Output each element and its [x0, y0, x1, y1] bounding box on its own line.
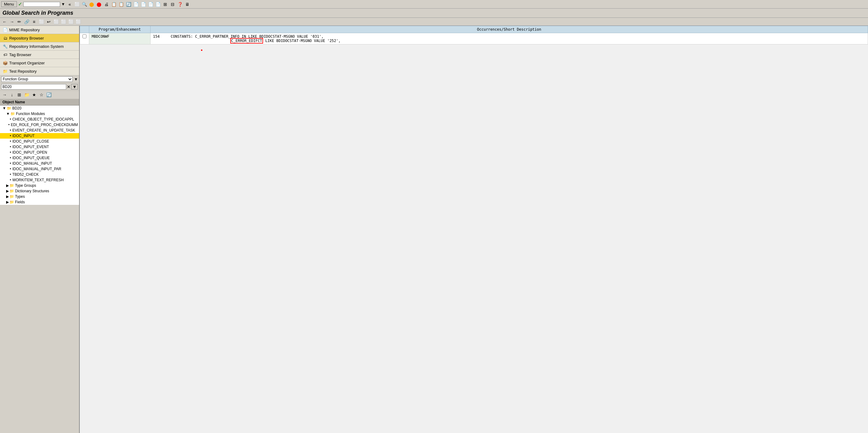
sidebar-item-tagbrowser[interactable]: 🏷 Tag Browser	[0, 51, 79, 59]
mime-icon: 📄	[2, 27, 8, 32]
help-icon[interactable]: ❓	[177, 1, 183, 8]
tree-item-idoc-input-close[interactable]: • IDOC_INPUT_CLOSE	[0, 138, 79, 144]
tree-item-dot1-icon: •	[10, 117, 11, 121]
tree-item-idoc-input-close-label: IDOC_INPUT_CLOSE	[12, 139, 49, 144]
tree-nav1-icon[interactable]: →	[1, 91, 8, 98]
nav-back-icon[interactable]: «	[66, 1, 73, 8]
window-icon[interactable]: ⬜	[38, 19, 45, 25]
link-icon[interactable]: 🔗	[23, 19, 30, 25]
tree-item-idoc-input-event-label: IDOC_INPUT_EVENT	[12, 145, 49, 149]
grid1-icon[interactable]: ⊞	[162, 1, 168, 8]
sidebar-item-transport[interactable]: 📦 Transport Organizer	[0, 59, 79, 67]
col-checkbox	[80, 26, 89, 33]
tree-tg-arrow-icon[interactable]: ▶	[6, 183, 9, 188]
frame2-icon[interactable]: ⬜	[60, 19, 67, 25]
tree-item-idoc-input[interactable]: • IDOC_INPUT	[0, 133, 79, 138]
tree-item-tbd52-check[interactable]: • TBD52_CHECK	[0, 172, 79, 177]
tree-ds-arrow-icon[interactable]: ▶	[6, 189, 9, 193]
tree-item-idoc-input-event[interactable]: • IDOC_INPUT_EVENT	[0, 144, 79, 150]
back-icon[interactable]: ←	[1, 19, 8, 25]
tree-ds-folder-icon: 📁	[9, 189, 14, 193]
row-program-cell[interactable]: MBDCONWF	[89, 33, 151, 44]
tree-star2-icon[interactable]: ☆	[38, 91, 45, 98]
tree-fields-arrow-icon[interactable]: ▶	[6, 200, 9, 204]
sidebar-item-testrepo[interactable]: 📁 Test Repository	[0, 67, 79, 75]
description-pre	[184, 39, 228, 43]
frame3-icon[interactable]: ⬜	[67, 19, 74, 25]
row-checkbox[interactable]	[83, 34, 87, 38]
tree-item-event-create-label: EVENT_CREATE_IN_UPDATE_TASK	[12, 128, 75, 132]
object-tree-scroll[interactable]: ▼ 📁 BD20 ▼ 📁 Function Modules • CHECK_OB…	[0, 105, 79, 433]
save-icon[interactable]: ⬜	[73, 1, 80, 8]
tree-types-folder-icon: 📁	[9, 194, 14, 199]
object-type-select[interactable]: Function Group	[1, 76, 73, 82]
content-scroll[interactable]: Program/Enhancement Occurrences/Short De…	[80, 26, 868, 433]
tree-function-modules[interactable]: ▼ 📁 Function Modules	[0, 111, 79, 117]
tree-item-idoc-input-queue[interactable]: • IDOC_INPUT_QUEUE	[0, 155, 79, 161]
copy4-icon[interactable]: 📄	[155, 1, 161, 8]
tree-root-arrow-icon[interactable]: ▼	[2, 106, 6, 111]
tree-item-check-object[interactable]: • CHECK_OBJECT_TYPE_IDOCAPPL	[0, 117, 79, 122]
sidebar-item-repobrowser[interactable]: 🗂 Repository Browser	[0, 34, 79, 42]
col-program-header: Program/Enhancement	[89, 26, 151, 33]
copy1-icon[interactable]: 📄	[132, 1, 139, 8]
sidebar-item-mime[interactable]: 📄 MIME Repository	[0, 26, 79, 34]
tree-item-idoc-manual-input[interactable]: • IDOC_MANUAL_INPUT	[0, 161, 79, 166]
frame4-icon[interactable]: ⬜	[75, 19, 82, 25]
sidebar-item-tagbrowser-label: Tag Browser	[9, 53, 31, 57]
menu-button[interactable]: Menu	[1, 1, 17, 7]
dropdown-arrow2-icon[interactable]: ▼	[74, 77, 78, 82]
chart2-icon[interactable]: 📋	[118, 1, 124, 8]
tree-fields[interactable]: ▶ 📁 Fields	[0, 199, 79, 205]
repobrowser-icon: 🗂	[2, 35, 8, 41]
tree-fm-label: Function Modules	[16, 112, 45, 116]
print-icon[interactable]: 🖨	[103, 1, 110, 8]
command-input[interactable]	[23, 2, 60, 7]
tree-folder-icon[interactable]: 📁	[23, 91, 30, 98]
copy2-icon[interactable]: 📄	[140, 1, 147, 8]
tree-nav2-icon[interactable]: ↓	[8, 91, 15, 98]
tree-fm-arrow-icon[interactable]: ▼	[6, 112, 10, 116]
tree-item-event-create[interactable]: • EVENT_CREATE_IN_UPDATE_TASK	[0, 128, 79, 133]
forward-icon[interactable]: →	[8, 19, 15, 25]
list-icon[interactable]: ≡	[31, 19, 37, 25]
chart1-icon[interactable]: 📋	[111, 1, 117, 8]
sidebar-item-repobrowser-label: Repository Browser	[9, 36, 44, 40]
tree-tg-folder-icon: 📁	[9, 183, 14, 188]
tree-types-arrow-icon[interactable]: ▶	[6, 194, 9, 199]
sidebar-item-testrepo-label: Test Repository	[9, 69, 37, 73]
tree-types[interactable]: ▶ 📁 Types	[0, 194, 79, 199]
tagbrowser-icon: 🏷	[2, 52, 8, 57]
row-checkbox-cell	[80, 33, 89, 44]
tree-fm-folder-icon: 📁	[10, 112, 15, 116]
undo-icon[interactable]: ↩	[45, 19, 52, 25]
search-input[interactable]	[1, 84, 66, 90]
tree-root-bd20[interactable]: ▼ 📁 BD20	[0, 105, 79, 111]
tree-refresh-icon[interactable]: 🔄	[45, 91, 52, 98]
tree-star-icon[interactable]: ★	[31, 91, 37, 98]
tree-item-idoc-input-open[interactable]: • IDOC_INPUT_OPEN	[0, 150, 79, 155]
find3-icon[interactable]: ⬤	[96, 1, 102, 8]
find2-icon[interactable]: ⬤	[88, 1, 95, 8]
monitor-icon[interactable]: 🖥	[184, 1, 191, 8]
tree-item-edi-role[interactable]: • EDI_ROLE_FOR_PROC_CHECKDUMM	[0, 122, 79, 128]
copy3-icon[interactable]: 📄	[147, 1, 154, 8]
tree-item-idoc-manual-input-par[interactable]: • IDOC_MANUAL_INPUT_PAR	[0, 166, 79, 172]
refresh-icon[interactable]: 🔄	[125, 1, 132, 8]
tree-type-groups[interactable]: ▶ 📁 Type Groups	[0, 183, 79, 188]
highlighted-text: C_ERROR_EDIFCT	[230, 38, 263, 43]
tree-item-dot8-icon: •	[10, 156, 11, 160]
clear-icon[interactable]: ✕	[67, 84, 70, 89]
find-icon[interactable]: 🔍	[81, 1, 88, 8]
sidebar-item-repoinfo[interactable]: 🔧 Repository Information System	[0, 42, 79, 51]
dropdown-arrow-icon[interactable]: ▼	[61, 2, 65, 6]
tree-dict-structures[interactable]: ▶ 📁 Dictionary Structures	[0, 188, 79, 194]
tree-fields-label: Fields	[15, 200, 25, 204]
frame1-icon[interactable]: ⬜	[53, 19, 60, 25]
edit-icon[interactable]: ✏	[16, 19, 23, 25]
search-go-icon[interactable]: ▼	[71, 84, 78, 90]
tree-item-idoc-manual-input-label: IDOC_MANUAL_INPUT	[12, 161, 52, 165]
grid2-icon[interactable]: ⊟	[169, 1, 176, 8]
tree-item-workitem-text-refresh[interactable]: • WORKITEM_TEXT_REFRESH	[0, 177, 79, 183]
tree-expand-icon[interactable]: ⊞	[16, 91, 23, 98]
